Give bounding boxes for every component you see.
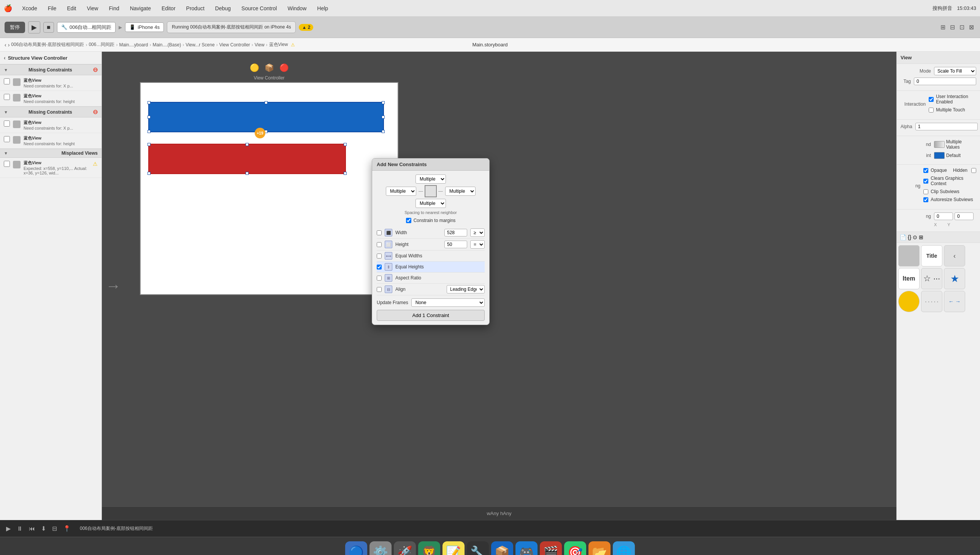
dock-finder[interactable]: 🔵 (345, 541, 367, 555)
right-grid-icon[interactable]: ⊞ (919, 234, 923, 240)
icon-yellow-circle[interactable] (898, 291, 919, 312)
list-item-check-4[interactable] (4, 136, 10, 142)
spacing-left-input[interactable]: Multiple (386, 187, 416, 196)
list-item-check-2[interactable] (4, 94, 10, 100)
toggle-navigator-button[interactable]: ⊞ (939, 22, 947, 32)
dock-maps[interactable]: 🎯 (564, 541, 586, 555)
menu-product[interactable]: Product (184, 5, 207, 12)
icon-arrows[interactable]: ← → (944, 291, 965, 312)
clears-checkbox[interactable] (923, 179, 928, 184)
section-missing-constraints-1[interactable]: ▼ Missing Constraints ⊖ (0, 64, 101, 75)
spacing-right-input[interactable]: Multiple (445, 187, 476, 196)
breadcrumb-back[interactable]: ‹ (5, 42, 6, 48)
icon-gray-box[interactable] (898, 245, 919, 266)
toggle-utility-button[interactable]: ⊡ (958, 22, 966, 32)
breadcrumb-item-3[interactable]: Main....yboard (119, 42, 148, 48)
constraint-width-check[interactable] (377, 230, 382, 235)
dock-filezilla[interactable]: 📂 (589, 541, 611, 555)
menu-find[interactable]: Find (106, 5, 121, 12)
dock-launchpad[interactable]: 🚀 (394, 541, 416, 555)
icon-star-fill[interactable]: ★ (944, 268, 965, 289)
update-frames-select[interactable]: None (411, 298, 485, 307)
background-color-swatch[interactable] (934, 141, 945, 148)
breadcrumb-item-6[interactable]: View Controller (219, 42, 250, 48)
user-interaction-checkbox[interactable] (929, 97, 933, 102)
section-missing-constraints-2[interactable]: ▼ Missing Constraints ⊖ (0, 106, 101, 117)
list-item-check-1[interactable] (4, 78, 10, 84)
structure-back-arrow[interactable]: ‹ (4, 55, 6, 61)
constraint-equal-heights-check[interactable] (377, 265, 382, 269)
scheme-selector[interactable]: 🔧 006自动...相同间距 (57, 22, 116, 33)
constraint-height-check[interactable] (377, 242, 382, 247)
breadcrumb-item-5[interactable]: View...r Scene (186, 42, 215, 48)
constraint-width-value[interactable] (444, 229, 467, 236)
dock-quicktime[interactable]: 🎬 (540, 541, 562, 555)
pause-button[interactable]: 暂停 (5, 22, 25, 33)
menu-help[interactable]: Help (315, 5, 330, 12)
toggle-debug-button[interactable]: ⊟ (948, 22, 956, 32)
dock-appstore[interactable]: 🎮 (515, 541, 537, 555)
section-misplaced-views[interactable]: ▼ Misplaced Views (0, 149, 101, 158)
dock-browser[interactable]: 🌐 (613, 541, 635, 555)
spacing-bottom-input[interactable]: Multiple (415, 199, 446, 208)
bottom-download-btn[interactable]: ⬇ (40, 523, 48, 534)
menu-debug[interactable]: Debug (213, 5, 233, 12)
multiple-touch-checkbox[interactable] (929, 107, 933, 112)
menu-window[interactable]: Window (285, 5, 309, 12)
icon-dots[interactable]: · · · · · (921, 291, 942, 312)
tint-color-swatch[interactable] (934, 152, 945, 159)
menu-xcode[interactable]: Xcode (20, 5, 40, 12)
constraint-align-value[interactable]: Leading Edges Trailing Edges Top Edges B… (447, 285, 485, 294)
bottom-location-btn[interactable]: 📍 (62, 523, 72, 534)
icon-star-outline[interactable]: ☆ ··· (921, 268, 942, 289)
menu-editor[interactable]: Editor (159, 5, 178, 12)
opaque-checkbox[interactable] (923, 168, 928, 173)
bottom-pause-btn[interactable]: ⏸ (15, 524, 24, 534)
menu-view[interactable]: View (84, 5, 100, 12)
breadcrumb-forward[interactable]: › (8, 42, 10, 48)
split-view-button[interactable]: ⊠ (967, 22, 975, 32)
apple-menu-icon[interactable]: 🍎 (4, 4, 12, 13)
menu-source-control[interactable]: Source Control (239, 5, 279, 12)
bottom-play-btn[interactable]: ▶ (5, 523, 12, 534)
dock-terminal[interactable]: 🔧 (467, 541, 489, 555)
menu-edit[interactable]: Edit (65, 5, 78, 12)
list-item-check-3[interactable] (4, 120, 10, 127)
center-canvas[interactable]: → 🟡 📦 🔴 View Controller (102, 52, 897, 520)
constraint-equal-widths-check[interactable] (377, 253, 382, 258)
add-constraint-button[interactable]: Add 1 Constraint (377, 310, 485, 321)
right-file-icon[interactable]: 📄 (900, 234, 906, 240)
blue-view[interactable] (148, 102, 384, 132)
clip-checkbox[interactable] (923, 189, 928, 194)
spacing-top-input[interactable]: Multiple (415, 175, 446, 184)
dock-system-prefs[interactable]: ⚙️ (369, 541, 391, 555)
right-code-icon[interactable]: {} (908, 234, 911, 240)
bottom-rewind-btn[interactable]: ⏮ (27, 524, 37, 534)
dock-xcode[interactable]: 📦 (491, 541, 513, 555)
menu-file[interactable]: File (46, 5, 59, 12)
bottom-split-btn[interactable]: ⊟ (51, 523, 59, 534)
breadcrumb-item-2[interactable]: 006…同间距 (88, 42, 114, 48)
right-tag-input[interactable] (914, 77, 976, 85)
constraint-align-check[interactable] (377, 287, 382, 292)
list-item-check-5[interactable] (4, 161, 10, 167)
constraint-height-dropdown[interactable]: = (470, 240, 485, 249)
constraint-height-value[interactable] (444, 241, 467, 248)
dock-safari[interactable]: 🦁 (418, 541, 440, 555)
right-x-input[interactable] (934, 212, 953, 220)
breadcrumb-item-7[interactable]: View (255, 42, 265, 48)
constraint-aspect-ratio-check[interactable] (377, 276, 382, 281)
breadcrumb-item-1[interactable]: 006自动布局案例-底部按钮相同间距 (11, 42, 84, 48)
icon-title[interactable]: Title (921, 245, 942, 266)
breadcrumb-item-8[interactable]: 蓝色View (269, 42, 288, 48)
right-circle-icon[interactable]: ⊙ (913, 234, 917, 240)
hidden-checkbox[interactable] (971, 168, 976, 173)
dock-notes[interactable]: 📝 (443, 541, 465, 555)
right-alpha-input[interactable] (915, 123, 978, 130)
icon-back-arrow[interactable]: ‹ (944, 245, 965, 266)
stop-button[interactable]: ■ (43, 22, 54, 33)
icon-item-label[interactable]: Item (898, 268, 919, 289)
warning-badge[interactable]: ▲ 2 (299, 24, 313, 31)
constraint-width-dropdown[interactable]: ≤≥= (470, 228, 485, 237)
phone-frame[interactable]: +19 (140, 82, 398, 295)
